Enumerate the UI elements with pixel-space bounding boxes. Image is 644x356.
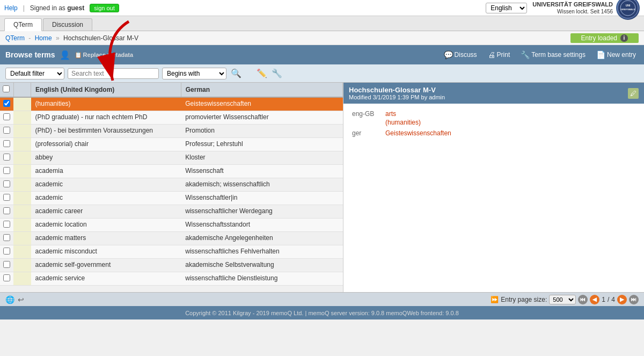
row-checkbox[interactable] <box>3 113 10 120</box>
tab-discussion[interactable]: Discussion <box>43 18 92 31</box>
help-link[interactable]: Help <box>4 4 18 12</box>
row-german: Geisteswissenschaften <box>181 97 342 111</box>
table-body: (humanities) Geisteswissenschaften (PhD … <box>0 97 343 286</box>
next-page-button[interactable]: ▶ <box>617 295 627 304</box>
language-select[interactable]: English Deutsch Français <box>486 3 527 13</box>
row-english: academic career <box>31 205 181 219</box>
breadcrumb-bar: QTerm - Home » Hochschulen-Glossar M-V E… <box>0 31 644 45</box>
row-checkbox-cell <box>0 151 13 165</box>
row-english: academic service <box>31 272 181 286</box>
discuss-icon: 💬 <box>444 50 453 59</box>
row-checkbox-cell <box>0 125 13 138</box>
table-row[interactable]: (professorial) chair Professur; Lehrstuh… <box>0 138 343 151</box>
row-english: academic matters <box>31 232 181 245</box>
row-flag-cell <box>13 125 31 138</box>
search-input[interactable] <box>68 68 159 79</box>
row-flag-cell <box>13 151 31 165</box>
search-type-select[interactable]: Begins with Contains Exact match <box>162 68 226 79</box>
row-checkbox-cell <box>0 232 13 245</box>
row-checkbox-cell <box>0 219 13 232</box>
row-english: academic location <box>31 219 181 232</box>
row-checkbox[interactable] <box>3 127 10 134</box>
table-wrapper[interactable]: English (United Kingdom) German (humanit… <box>0 83 343 292</box>
tab-qterm[interactable]: QTerm <box>4 18 42 31</box>
row-checkbox-cell <box>0 178 13 192</box>
discuss-button[interactable]: 💬 Discuss <box>441 49 480 60</box>
edit-tool-button[interactable]: 🔧 <box>272 68 282 78</box>
first-page-button[interactable]: ⏮ <box>578 295 588 304</box>
row-checkbox[interactable] <box>3 261 10 268</box>
table-row[interactable]: academic matters akademische Angelegenhe… <box>0 232 343 245</box>
bottom-bar: 🌐 ↩ ⏩ Entry page size: 500 100 200 1000 … <box>0 292 644 306</box>
row-checkbox-cell <box>0 192 13 205</box>
search-button[interactable]: 🔍 <box>230 67 243 80</box>
row-german: wissenschaftliche Dienstleistung <box>181 272 342 286</box>
row-checkbox[interactable] <box>3 140 10 147</box>
row-english: (PhD) - bei bestimmten Voraussetzungen <box>31 125 181 138</box>
table-row[interactable]: (humanities) Geisteswissenschaften <box>0 97 343 111</box>
breadcrumb-sep1: - <box>28 34 31 42</box>
row-german: wissenschaftlicher Werdegang <box>181 205 342 219</box>
row-english: (humanities) <box>31 97 181 111</box>
row-checkbox[interactable] <box>3 248 10 255</box>
row-flag-cell <box>13 219 31 232</box>
breadcrumb-app[interactable]: QTerm <box>5 34 25 42</box>
table-row[interactable]: abbey Kloster <box>0 151 343 165</box>
table-row[interactable]: academia Wissenschaft <box>0 165 343 178</box>
select-all-checkbox[interactable] <box>3 85 10 92</box>
detail-edit-icon[interactable]: 🖊 <box>628 88 639 99</box>
bottom-icon-btn-1[interactable]: 🌐 <box>5 295 14 304</box>
row-flag-cell <box>13 97 31 111</box>
table-row[interactable]: (PhD graduate) - nur nach echtem PhD pro… <box>0 111 343 125</box>
row-checkbox[interactable] <box>3 221 10 228</box>
edit-icons: ✏️ 🔧 <box>257 68 282 78</box>
row-checkbox[interactable] <box>3 207 10 214</box>
signed-in-text: Signed in as <box>30 4 65 12</box>
entry-loaded-status: Entry loaded i <box>570 33 639 43</box>
col-flag <box>13 83 31 97</box>
row-checkbox[interactable] <box>3 100 10 107</box>
table-row[interactable]: (PhD) - bei bestimmten Voraussetzungen P… <box>0 125 343 138</box>
breadcrumb-sep2: » <box>56 34 60 42</box>
row-checkbox[interactable] <box>3 167 10 174</box>
bottom-right: ⏩ Entry page size: 500 100 200 1000 ⏮ ◀ … <box>491 295 639 304</box>
new-entry-button[interactable]: 📄 New entry <box>594 49 639 60</box>
row-flag-cell <box>13 205 31 219</box>
row-checkbox[interactable] <box>3 194 10 201</box>
table-row[interactable]: academic akademisch; wissenschaftlich <box>0 178 343 192</box>
row-checkbox[interactable] <box>3 154 10 161</box>
browse-header: Browse terms 👤 📋 Replace metadata 💬 Disc… <box>0 45 644 64</box>
detail-entry-ger: ger Geisteswissenschaften <box>352 129 635 137</box>
prev-page-button[interactable]: ◀ <box>590 295 599 304</box>
row-english: academic <box>31 192 181 205</box>
page-size-select[interactable]: 500 100 200 1000 <box>549 295 576 304</box>
discuss-label: Discuss <box>455 51 477 59</box>
print-button[interactable]: 🖨 Print <box>485 49 513 60</box>
table-row[interactable]: academic misconduct wissenschaftliches F… <box>0 245 343 259</box>
row-checkbox-cell <box>0 245 13 259</box>
bottom-icon-btn-2[interactable]: ↩ <box>18 295 24 304</box>
table-row[interactable]: academic service wissenschaftliche Diens… <box>0 272 343 286</box>
table-row[interactable]: academic career wissenschaftlicher Werde… <box>0 205 343 219</box>
row-checkbox-cell <box>0 259 13 272</box>
table-row[interactable]: academic self-government akademische Sel… <box>0 259 343 272</box>
row-checkbox[interactable] <box>3 180 10 187</box>
detail-lang-engGB: eng-GB <box>352 110 379 126</box>
last-page-button[interactable]: ⏭ <box>629 295 639 304</box>
edit-pencil-button[interactable]: ✏️ <box>257 68 267 78</box>
term-base-settings-button[interactable]: 🔧 Term base settings <box>518 49 588 60</box>
browse-title-area: Browse terms 👤 📋 Replace metadata <box>5 50 133 60</box>
detail-term-humanities: (humanities) <box>385 119 421 126</box>
row-flag-cell <box>13 259 31 272</box>
row-checkbox-cell <box>0 272 13 286</box>
row-checkbox[interactable] <box>3 274 10 281</box>
detail-term-geisteswissenschaften: Geisteswissenschaften <box>385 129 451 137</box>
table-row[interactable]: academic location Wissenschaftsstandort <box>0 219 343 232</box>
signout-button[interactable]: sign out <box>90 4 119 12</box>
table-row[interactable]: academic Wissenschaftler|in <box>0 192 343 205</box>
row-english: academia <box>31 165 181 178</box>
filter-select[interactable]: Default filter All entries My entries <box>5 68 64 79</box>
replace-metadata-btn[interactable]: 📋 Replace metadata <box>75 52 134 59</box>
row-checkbox[interactable] <box>3 234 10 241</box>
breadcrumb-home[interactable]: Home <box>35 34 52 42</box>
